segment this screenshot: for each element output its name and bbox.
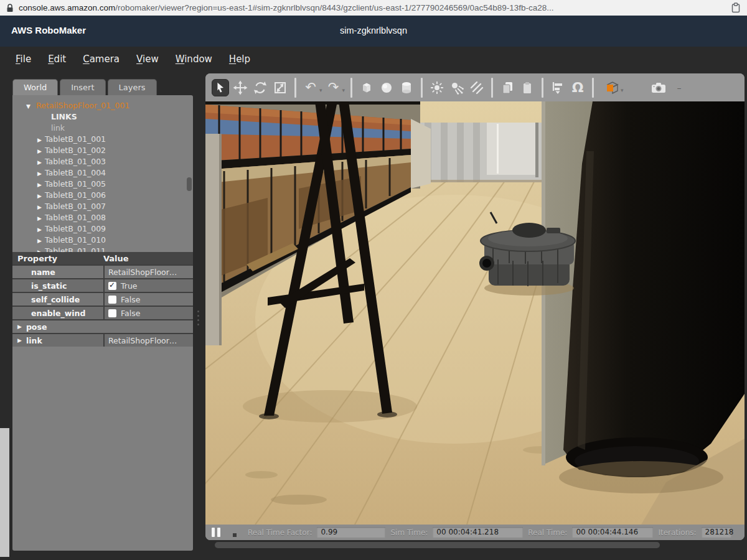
menu-file[interactable]: File <box>16 54 31 65</box>
tree-item-root[interactable]: ▼ RetailShopFloor_01_001 <box>12 100 193 111</box>
redo-button[interactable]: ↷ <box>325 79 342 96</box>
panel-splitter[interactable] <box>196 308 200 328</box>
collapse-triangle-icon[interactable]: ▼ <box>26 101 34 112</box>
property-row-is-static[interactable]: is_static True <box>12 278 193 292</box>
tab-layers[interactable]: Layers <box>108 79 157 96</box>
toolbar-separator <box>350 78 352 98</box>
spot-light-icon <box>449 80 464 95</box>
tree-item-link[interactable]: link <box>12 123 193 134</box>
tree-item[interactable]: ▶TabletB_01_007 <box>12 201 193 212</box>
menu-bar: File Edit Camera View Window Help <box>16 54 250 65</box>
tree-item[interactable]: ▶TabletB_01_010 <box>12 235 193 246</box>
point-light-button[interactable] <box>428 79 446 96</box>
pause-button[interactable] <box>212 528 220 537</box>
browser-url-bar[interactable]: console.aws.amazon.com/robomaker/viewer?… <box>0 0 747 16</box>
property-row-name[interactable]: name RetailShopFloor… <box>12 264 193 278</box>
expand-triangle-icon[interactable]: ▶ <box>37 224 45 235</box>
toolbar-overflow-icon[interactable]: – <box>677 83 682 93</box>
tree-scrollbar-thumb[interactable] <box>187 177 192 191</box>
rotate-icon <box>253 80 268 95</box>
point-light-icon <box>430 80 444 95</box>
toolbar-separator <box>542 78 543 98</box>
world-tree: ▼ RetailShopFloor_01_001 LINKS link ▶Tab… <box>12 95 193 252</box>
tree-item[interactable]: ▶TabletB_01_005 <box>12 179 193 190</box>
tab-insert[interactable]: Insert <box>60 79 105 96</box>
checkbox-unchecked[interactable] <box>108 296 116 304</box>
insert-sphere-button[interactable] <box>378 79 395 96</box>
tree-item[interactable]: ▶TabletB_01_001 <box>12 134 193 145</box>
tab-world[interactable]: World <box>12 79 58 96</box>
scale-tool-button[interactable] <box>271 79 289 96</box>
rotate-tool-button[interactable] <box>251 79 269 96</box>
property-table-header: Property Value <box>12 252 193 264</box>
iterations-label: Iterations: <box>658 528 696 537</box>
tree-item[interactable]: ▶TabletB_01_004 <box>12 167 193 179</box>
expand-triangle-icon[interactable]: ▶ <box>37 146 45 157</box>
toolbar-separator <box>421 78 423 98</box>
tree-item[interactable]: ▶TabletB_01_006 <box>12 190 193 201</box>
camera-icon <box>651 80 667 96</box>
expand-triangle-icon[interactable]: ▶ <box>17 324 22 330</box>
undo-button[interactable]: ↶ <box>302 79 319 96</box>
insert-box-button[interactable] <box>358 79 375 96</box>
undo-history-dropdown-icon[interactable]: ▾ <box>319 87 322 93</box>
tree-links-header: LINKS <box>12 111 193 123</box>
property-row-link[interactable]: ▶link RetailShopFloor… <box>12 333 193 347</box>
step-button[interactable] <box>233 533 237 537</box>
tree-item[interactable]: ▶TabletB_01_009 <box>12 223 193 235</box>
checkbox-unchecked[interactable] <box>108 309 116 317</box>
tree-item[interactable]: ▶TabletB_01_003 <box>12 156 193 167</box>
menu-help[interactable]: Help <box>229 54 250 65</box>
dark-pillar[interactable] <box>559 101 745 525</box>
scale-icon <box>273 80 288 95</box>
gazebo-client-frame: File Edit Camera View Window Help World … <box>0 47 747 560</box>
menu-edit[interactable]: Edit <box>48 54 66 65</box>
clipboard-icon[interactable] <box>731 2 741 13</box>
expand-triangle-icon[interactable]: ▶ <box>37 246 45 252</box>
paste-button[interactable] <box>519 79 536 96</box>
property-row-pose[interactable]: ▶pose <box>12 319 193 333</box>
expand-triangle-icon[interactable]: ▶ <box>37 179 45 190</box>
menu-camera[interactable]: Camera <box>83 54 120 65</box>
expand-triangle-icon[interactable]: ▶ <box>37 134 45 146</box>
expand-triangle-icon[interactable]: ▶ <box>37 213 45 224</box>
property-row-enable-wind[interactable]: enable_wind False <box>12 306 193 319</box>
padlock-icon <box>6 4 14 12</box>
align-button[interactable] <box>549 79 566 96</box>
magnet-icon: Ω <box>572 81 584 95</box>
move-icon <box>233 80 248 95</box>
spot-light-button[interactable] <box>448 79 466 96</box>
expand-triangle-icon[interactable]: ▶ <box>37 168 45 179</box>
horizontal-scrollbar-thumb[interactable] <box>215 542 660 548</box>
expand-triangle-icon[interactable]: ▶ <box>17 337 22 343</box>
property-row-self-collide[interactable]: self_collide False <box>12 292 193 306</box>
paste-icon <box>520 80 535 95</box>
url-text[interactable]: console.aws.amazon.com/robomaker/viewer?… <box>19 3 726 12</box>
cube-icon <box>359 80 374 95</box>
cursor-arrow-icon <box>214 81 227 95</box>
expand-triangle-icon[interactable]: ▶ <box>37 157 45 168</box>
select-tool-button[interactable] <box>212 79 229 96</box>
menu-view[interactable]: View <box>136 54 159 65</box>
expand-triangle-icon[interactable]: ▶ <box>37 190 45 202</box>
tree-item[interactable]: ▶TabletB_01_002 <box>12 145 193 156</box>
expand-triangle-icon[interactable]: ▶ <box>37 202 45 213</box>
view-angle-button[interactable] <box>603 79 621 96</box>
redo-history-dropdown-icon[interactable]: ▾ <box>342 87 345 93</box>
menu-window[interactable]: Window <box>176 54 212 65</box>
tree-item[interactable]: ▶TabletB_01_011 <box>12 246 193 252</box>
viewport-3d[interactable] <box>205 101 745 525</box>
checkbox-checked[interactable] <box>108 282 116 290</box>
snap-button[interactable]: Ω <box>569 79 586 96</box>
world-panel: ▼ RetailShopFloor_01_001 LINKS link ▶Tab… <box>12 95 193 551</box>
directional-light-button[interactable] <box>468 79 486 96</box>
insert-cylinder-button[interactable] <box>398 79 415 96</box>
toolbar-separator <box>592 78 594 98</box>
view-angle-dropdown-icon[interactable]: ▾ <box>621 87 624 93</box>
screenshot-button[interactable] <box>650 79 667 96</box>
translate-tool-button[interactable] <box>232 79 249 96</box>
simulation-scene[interactable] <box>205 101 745 525</box>
tree-item[interactable]: ▶TabletB_01_008 <box>12 212 193 223</box>
expand-triangle-icon[interactable]: ▶ <box>37 235 45 246</box>
copy-button[interactable] <box>499 79 516 96</box>
